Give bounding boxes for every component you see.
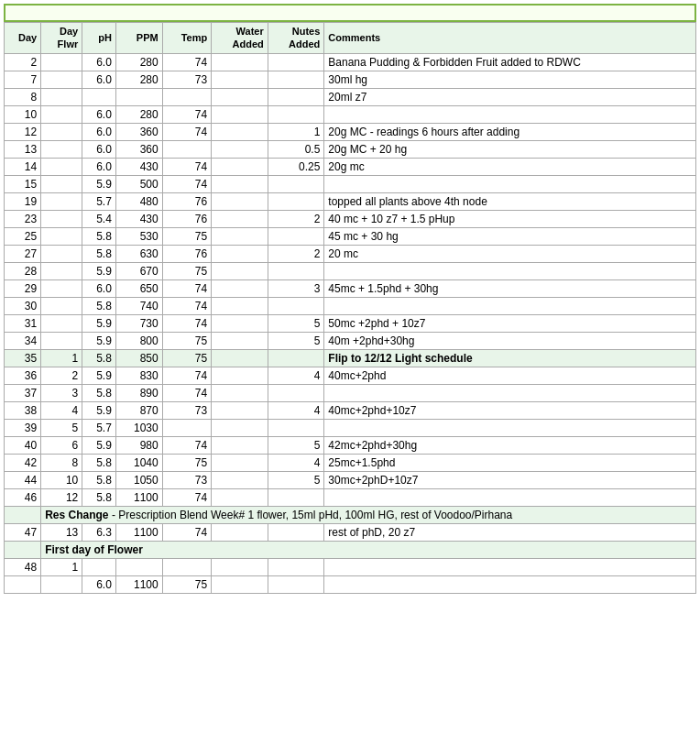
cell-comment: 40m +2phd+30hg	[324, 332, 696, 349]
table-row: 155.950074	[5, 175, 696, 192]
cell-nutes	[268, 192, 324, 210]
cell-day: 31	[5, 314, 41, 332]
cell-flwr: 2	[41, 367, 82, 384]
cell-water	[212, 158, 268, 175]
cell-day: 42	[5, 454, 41, 471]
cell-temp: 76	[162, 192, 211, 210]
cell-water	[212, 558, 268, 575]
cell-ph: 6.0	[82, 123, 116, 140]
cell-comment	[324, 575, 696, 593]
cell-comment: Banana Pudding & Forbidden Fruit added t…	[324, 53, 696, 71]
cell-temp: 73	[162, 401, 211, 419]
cell-temp: 74	[162, 384, 211, 401]
cell-nutes	[268, 71, 324, 88]
cell-water	[212, 71, 268, 88]
table-row: 4285.8104075425mc+1.5phd	[5, 454, 696, 471]
table-row: 235.443076240 mc + 10 z7 + 1.5 pHup	[5, 210, 696, 227]
cell-temp: 75	[162, 227, 211, 245]
cell-flwr	[41, 88, 82, 105]
cell-ph: 5.9	[82, 314, 116, 332]
table-row: First day of Flower	[5, 541, 696, 558]
cell-ppm: 500	[115, 175, 162, 192]
cell-ppm: 630	[115, 245, 162, 262]
cell-ppm: 1100	[115, 488, 162, 506]
cell-ppm: 280	[115, 71, 162, 88]
cell-ph: 6.0	[82, 158, 116, 175]
cell-temp: 74	[162, 436, 211, 454]
cell-comment	[324, 175, 696, 192]
cell-water	[212, 88, 268, 105]
cell-day: 15	[5, 175, 41, 192]
cell-flwr	[41, 105, 82, 123]
cell-day: 10	[5, 105, 41, 123]
cell-temp: 74	[162, 488, 211, 506]
cell-flwr	[41, 175, 82, 192]
cell-ppm: 1100	[115, 575, 162, 593]
cell-water	[212, 471, 268, 488]
table-row: 146.0430740.2520g mc	[5, 158, 696, 175]
cell-comment: 20g mc	[324, 158, 696, 175]
cell-day: 39	[5, 419, 41, 436]
cell-flwr	[41, 262, 82, 279]
table-row: 255.85307545 mc + 30 hg	[5, 227, 696, 245]
table-row: 26.028074Banana Pudding & Forbidden Frui…	[5, 53, 696, 71]
cell-flwr	[41, 279, 82, 297]
cell-ppm: 730	[115, 314, 162, 332]
cell-ppm: 430	[115, 158, 162, 175]
cell-ph: 6.0	[82, 105, 116, 123]
cell-comment	[324, 488, 696, 506]
table-row: 296.065074345mc + 1.5phd + 30hg	[5, 279, 696, 297]
cell-flwr	[41, 210, 82, 227]
cell-temp: 75	[162, 332, 211, 349]
cell-comment: 20 mc	[324, 245, 696, 262]
cell-ppm: 830	[115, 367, 162, 384]
table-row: 6.0110075	[5, 575, 696, 593]
cell-day: 48	[5, 558, 41, 575]
cell-water	[212, 367, 268, 384]
cell-nutes: 4	[268, 401, 324, 419]
cell-ph: 5.8	[82, 384, 116, 401]
cell-day: 2	[5, 53, 41, 71]
cell-flwr	[41, 123, 82, 140]
cell-ppm: 360	[115, 140, 162, 158]
cell-day: 35	[5, 349, 41, 367]
table-row: 285.967075	[5, 262, 696, 279]
cell-ppm: 360	[115, 123, 162, 140]
cell-flwr: 6	[41, 436, 82, 454]
cell-ppm: 1100	[115, 523, 162, 541]
cell-temp: 76	[162, 210, 211, 227]
cell-flwr: 3	[41, 384, 82, 401]
cell-nutes	[268, 88, 324, 105]
cell-nutes	[268, 558, 324, 575]
cell-flwr: 1	[41, 558, 82, 575]
cell-nutes: 1	[268, 123, 324, 140]
cell-temp: 74	[162, 523, 211, 541]
cell-ppm	[115, 88, 162, 105]
cell-ppm: 650	[115, 279, 162, 297]
cell-comment	[324, 558, 696, 575]
cell-ph: 5.9	[82, 401, 116, 419]
col-water: WaterAdded	[212, 23, 268, 54]
cell-flwr	[41, 140, 82, 158]
cell-water	[212, 262, 268, 279]
cell-flwr	[41, 71, 82, 88]
cell-comment: 40mc+2phd	[324, 367, 696, 384]
cell-comment: 45 mc + 30 hg	[324, 227, 696, 245]
cell-flwr	[41, 314, 82, 332]
cell-water	[212, 419, 268, 436]
cell-flwr: 4	[41, 401, 82, 419]
table-row: 345.980075540m +2phd+30hg	[5, 332, 696, 349]
cell-nutes	[268, 227, 324, 245]
cell-nutes	[268, 349, 324, 367]
table-row: 106.028074	[5, 105, 696, 123]
cell-flwr: 12	[41, 488, 82, 506]
col-day: Day	[5, 23, 41, 54]
cell-nutes	[268, 262, 324, 279]
page-wrapper: Day DayFlwr pH PPM Temp WaterAdded Nutes…	[0, 0, 700, 597]
cell-water	[212, 175, 268, 192]
cell-nutes: 4	[268, 367, 324, 384]
cell-comment: 50mc +2phd + 10z7	[324, 314, 696, 332]
cell-temp: 74	[162, 279, 211, 297]
cell-temp: 73	[162, 471, 211, 488]
grow-log-table: Day DayFlwr pH PPM Temp WaterAdded Nutes…	[4, 22, 696, 594]
